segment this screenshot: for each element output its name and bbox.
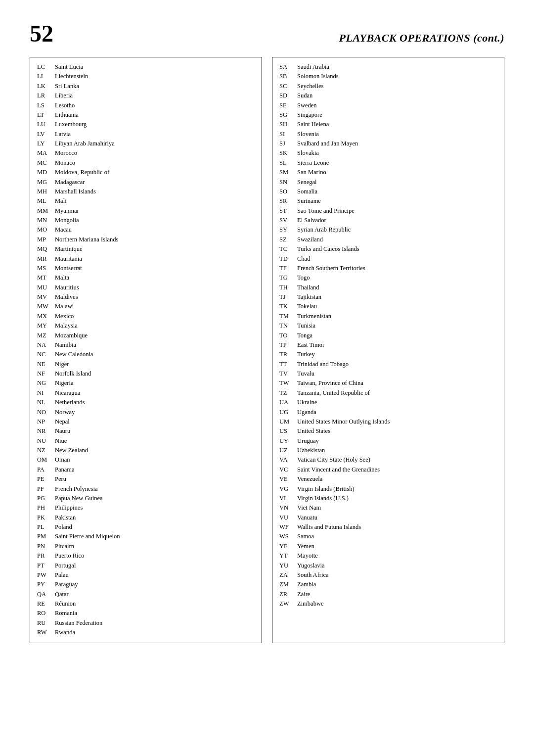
country-code: WF (279, 522, 297, 532)
list-item: NINicaragua (37, 388, 255, 398)
country-code: ZM (279, 580, 297, 589)
country-name: Solomon Islands (297, 72, 339, 81)
country-name: El Salvador (297, 216, 326, 225)
page-number: 52 (30, 20, 53, 47)
country-name: Turkey (297, 350, 315, 359)
list-item: RERéunion (37, 599, 255, 609)
list-item: MCMonaco (37, 158, 255, 168)
country-code: RE (37, 599, 55, 609)
country-code: TD (279, 254, 297, 264)
country-code: PT (37, 561, 55, 570)
country-name: Tajikistan (297, 292, 321, 302)
country-code: RW (37, 628, 55, 637)
list-item: SOSomalia (279, 187, 497, 196)
country-name: Togo (297, 273, 310, 283)
country-name: Slovenia (297, 130, 319, 139)
country-code: UZ (279, 446, 297, 455)
country-name: Senegal (297, 178, 317, 187)
country-code: MP (37, 235, 55, 244)
country-code: VN (279, 503, 297, 513)
country-name: Samoa (297, 532, 314, 541)
country-name: Svalbard and Jan Mayen (297, 139, 358, 148)
list-item: NRNauru (37, 426, 255, 436)
list-item: LKSri Lanka (37, 82, 255, 91)
country-name: Viet Nam (297, 503, 321, 513)
country-name: Tuvalu (297, 369, 314, 378)
country-name: Poland (55, 522, 72, 532)
country-code: PF (37, 484, 55, 494)
country-name: Mexico (55, 312, 74, 321)
country-name: Peru (55, 474, 66, 484)
country-name: Yemen (297, 542, 314, 551)
country-name: Luxembourg (55, 120, 87, 129)
list-item: MNMongolia (37, 216, 255, 225)
country-code: YE (279, 542, 297, 551)
country-code: NA (37, 340, 55, 350)
country-code: TC (279, 244, 297, 254)
country-code: TN (279, 321, 297, 331)
list-item: ZMZambia (279, 580, 497, 589)
country-name: Swaziland (297, 235, 323, 244)
country-name: Malawi (55, 302, 74, 311)
country-name: Martinique (55, 244, 83, 254)
country-code: TJ (279, 292, 297, 302)
country-code: TH (279, 283, 297, 292)
list-item: YTMayotte (279, 551, 497, 561)
list-item: SESweden (279, 101, 497, 110)
country-name: Rwanda (55, 628, 75, 637)
list-item: UMUnited States Minor Outlying Islands (279, 417, 497, 426)
country-code: YT (279, 551, 297, 561)
list-item: QAQatar (37, 590, 255, 599)
country-code: QA (37, 590, 55, 599)
country-name: Puerto Rico (55, 551, 84, 561)
list-item: TCTurks and Caicos Islands (279, 244, 497, 254)
list-item: MZMozambique (37, 331, 255, 340)
list-item: VCSaint Vincent and the Grenadines (279, 465, 497, 474)
list-item: SHSaint Helena (279, 120, 497, 129)
list-item: LCSaint Lucia (37, 62, 255, 72)
country-code: TV (279, 369, 297, 378)
country-name: Turkmenistan (297, 312, 331, 321)
list-item: MXMexico (37, 312, 255, 321)
country-name: French Southern Territories (297, 264, 365, 273)
list-item: NLNetherlands (37, 398, 255, 407)
country-name: Sierra Leone (297, 158, 329, 168)
list-item: MLMali (37, 196, 255, 206)
country-code: MV (37, 292, 55, 302)
country-code: PL (37, 522, 55, 532)
list-item: WSSamoa (279, 532, 497, 541)
country-code: NI (37, 388, 55, 398)
country-code: ML (37, 196, 55, 206)
country-code: MM (37, 206, 55, 216)
country-code: SO (279, 187, 297, 196)
list-item: PHPhilippines (37, 503, 255, 513)
country-name: Tanzania, United Republic of (297, 388, 370, 398)
list-item: TGTogo (279, 273, 497, 283)
country-code: TM (279, 312, 297, 321)
list-item: TFFrench Southern Territories (279, 264, 497, 273)
list-item: PKPakistan (37, 513, 255, 522)
list-item: TRTurkey (279, 350, 497, 359)
list-item: WFWallis and Futuna Islands (279, 522, 497, 532)
country-code: NO (37, 408, 55, 417)
country-code: MS (37, 264, 55, 273)
country-code: TW (279, 378, 297, 388)
list-item: MYMalaysia (37, 321, 255, 331)
country-name: Philippines (55, 503, 83, 513)
country-code: SR (279, 196, 297, 206)
country-code: NE (37, 360, 55, 369)
right-column-box: SASaudi ArabiaSBSolomon IslandsSCSeychel… (272, 57, 504, 643)
country-code: NC (37, 350, 55, 359)
country-code: MO (37, 225, 55, 235)
country-name: Mauritania (55, 254, 82, 264)
list-item: TZTanzania, United Republic of (279, 388, 497, 398)
list-item: LRLiberia (37, 91, 255, 100)
country-name: Pitcairn (55, 542, 74, 551)
country-name: Zambia (297, 580, 316, 589)
country-code: PN (37, 542, 55, 551)
list-item: NPNepal (37, 417, 255, 426)
country-code: LV (37, 130, 55, 139)
country-name: Thailand (297, 283, 319, 292)
country-name: Saint Helena (297, 120, 329, 129)
list-item: PLPoland (37, 522, 255, 532)
